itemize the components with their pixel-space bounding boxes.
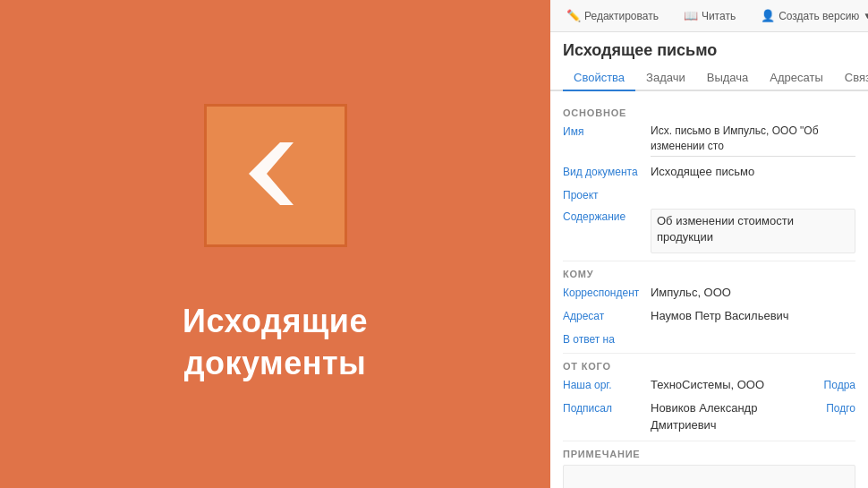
prop-label-content[interactable]: Содержание bbox=[563, 209, 643, 223]
prop-row-content: Содержание Об изменении стоимости продук… bbox=[563, 209, 855, 253]
doc-title: Исходящее письмо bbox=[550, 32, 868, 65]
left-panel: Исходящие документы bbox=[0, 0, 550, 488]
divider-1 bbox=[563, 261, 855, 261]
read-icon: 📖 bbox=[684, 9, 698, 22]
prop-value-doctype: Исходящее письмо bbox=[651, 164, 855, 180]
toolbar: ✏️ Редактировать 📖 Читать 👤 Создать верс… bbox=[550, 0, 868, 32]
section-header-main: ОСНОВНОЕ bbox=[563, 107, 855, 118]
right-panel: ✏️ Редактировать 📖 Читать 👤 Создать верс… bbox=[550, 0, 868, 488]
prop-label-addressee[interactable]: Адресат bbox=[563, 308, 643, 322]
prop-extra-our-org[interactable]: Подра bbox=[824, 377, 855, 391]
read-button[interactable]: 📖 Читать bbox=[677, 5, 743, 26]
section-header-from: ОТ КОГО bbox=[563, 361, 855, 372]
edit-icon: ✏️ bbox=[566, 9, 581, 22]
prop-label-doctype[interactable]: Вид документа bbox=[563, 164, 643, 178]
prop-label-name[interactable]: Имя bbox=[563, 124, 643, 138]
section-header-note: ПРИМЕЧАНИЕ bbox=[563, 449, 855, 459]
tab-issue[interactable]: Выдача bbox=[696, 65, 760, 91]
prop-value-note bbox=[563, 465, 855, 488]
prop-value-correspondent: Импульс, ООО bbox=[651, 285, 855, 301]
prop-row-in-reply: В ответ на bbox=[563, 331, 855, 346]
divider-3 bbox=[563, 441, 855, 441]
prop-label-our-org[interactable]: Наша орг. bbox=[563, 377, 643, 391]
prop-value-name: Исх. письмо в Импульс, ООО "Об изменении… bbox=[651, 124, 855, 157]
prop-value-content: Об изменении стоимости продукции bbox=[651, 209, 855, 253]
prop-row-project: Проект bbox=[563, 187, 855, 201]
prop-label-in-reply[interactable]: В ответ на bbox=[563, 331, 643, 346]
prop-label-signed[interactable]: Подписал bbox=[563, 400, 643, 415]
divider-2 bbox=[563, 353, 855, 354]
prop-value-addressee: Наумов Петр Васильевич bbox=[651, 308, 855, 324]
left-title: Исходящие документы bbox=[183, 301, 368, 385]
logo-icon bbox=[226, 124, 325, 227]
tab-properties[interactable]: Свойства bbox=[563, 65, 635, 91]
prop-row-addressee: Адресат Наумов Петр Васильевич bbox=[563, 308, 855, 324]
prop-extra-signed[interactable]: Подго bbox=[826, 400, 855, 415]
create-version-button[interactable]: 👤 Создать версию ▼ bbox=[753, 5, 868, 26]
prop-row-our-org: Наша орг. ТехноСистемы, ООО Подра bbox=[563, 377, 855, 393]
prop-value-our-org: ТехноСистемы, ООО bbox=[651, 377, 817, 393]
prop-row-name: Имя Исх. письмо в Импульс, ООО "Об измен… bbox=[563, 124, 855, 157]
prop-row-doctype: Вид документа Исходящее письмо bbox=[563, 164, 855, 180]
tab-bar: Свойства Задачи Выдача Адресаты Связи И bbox=[550, 65, 868, 91]
prop-row-signed: Подписал Новиков Александр Дмитриевич По… bbox=[563, 400, 855, 432]
tab-addresses[interactable]: Адресаты bbox=[759, 65, 833, 91]
tab-tasks[interactable]: Задачи bbox=[635, 65, 696, 91]
edit-button[interactable]: ✏️ Редактировать bbox=[559, 5, 666, 26]
prop-value-signed: Новиков Александр Дмитриевич bbox=[651, 400, 819, 432]
dropdown-arrow: ▼ bbox=[863, 11, 868, 21]
prop-label-project[interactable]: Проект bbox=[563, 187, 643, 201]
tab-links[interactable]: Связи bbox=[834, 65, 868, 91]
prop-label-correspondent[interactable]: Корреспондент bbox=[563, 285, 643, 299]
version-icon: 👤 bbox=[761, 9, 775, 22]
logo-box bbox=[204, 104, 347, 247]
section-header-to: КОМУ bbox=[563, 269, 855, 279]
prop-row-correspondent: Корреспондент Импульс, ООО bbox=[563, 285, 855, 301]
props-content[interactable]: ОСНОВНОЕ Имя Исх. письмо в Импульс, ООО … bbox=[550, 91, 868, 488]
